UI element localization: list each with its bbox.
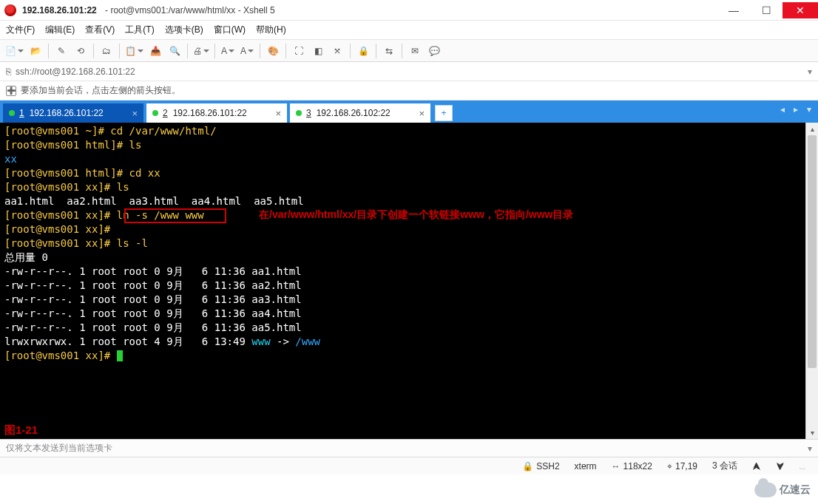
find-icon[interactable]: 🔍 <box>166 43 183 59</box>
lock-icon: 🔒 <box>522 461 533 471</box>
window-title-rest: - root@vms001:/var/www/html/xx - Xshell … <box>103 5 275 16</box>
menu-file[interactable]: 文件(F) <box>6 24 35 36</box>
tab-scroll-left-icon[interactable]: ◂ <box>777 103 788 115</box>
terminal-area: [root@vms001 ~]# cd /var/www/html/[root@… <box>0 123 818 439</box>
scrollbar[interactable]: ▴ ▾ <box>805 123 818 439</box>
lock-icon[interactable]: 🔒 <box>355 43 371 59</box>
window-title-bold: 192.168.26.101:22 <box>22 5 97 16</box>
watermark-text: 亿速云 <box>780 483 811 497</box>
broadcast-icon[interactable]: 💬 <box>426 43 442 59</box>
session-tab-index: 1 <box>19 108 24 118</box>
transparency-icon[interactable]: ◧ <box>310 43 326 59</box>
status-cursor: ⌖ 17,19 <box>667 461 697 471</box>
terminal-cursor <box>117 350 123 361</box>
session-tab-1[interactable]: 1 192.168.26.101:22 × <box>3 103 143 123</box>
status-dot-icon <box>9 110 15 116</box>
cursor-pos-icon: ⌖ <box>667 461 672 471</box>
hint-text: 要添加当前会话，点击左侧的箭头按钮。 <box>21 84 180 97</box>
annotation-text: 在/var/www/html/xx/目录下创建一个软链接www，它指向/www目… <box>259 208 574 222</box>
close-button[interactable]: ✕ <box>782 2 818 18</box>
status-term-type: xterm <box>575 461 597 471</box>
scroll-thumb[interactable] <box>808 135 817 368</box>
disconnect-icon[interactable]: ⟲ <box>72 43 89 59</box>
address-text[interactable]: ssh://root@192.168.26.101:22 <box>16 67 803 77</box>
session-tab-index: 2 <box>163 108 168 118</box>
figure-label: 图1-21 <box>4 423 38 437</box>
menu-tabs[interactable]: 选项卡(B) <box>165 24 203 36</box>
tab-close-icon[interactable]: × <box>275 108 281 119</box>
new-tab-button[interactable]: + <box>435 105 453 121</box>
session-tab-label: 192.168.26.101:22 <box>173 108 247 118</box>
font-style-icon[interactable]: A <box>220 43 236 59</box>
menu-window[interactable]: 窗口(W) <box>214 24 246 36</box>
host-list-icon[interactable]: ⎘ <box>6 67 11 77</box>
compose-bar[interactable]: 仅将文本发送到当前选项卡 ▾ <box>0 439 818 457</box>
compose-dropdown-icon[interactable]: ▾ <box>808 443 812 454</box>
menubar: 文件(F) 编辑(E) 查看(V) 工具(T) 选项卡(B) 窗口(W) 帮助(… <box>0 21 818 40</box>
status-capslock-icon: ⎵ <box>800 461 805 471</box>
scroll-up-icon[interactable]: ▴ <box>806 123 818 135</box>
status-size: ↔ 118x22 <box>612 461 652 471</box>
session-tab-label: 192.168.26.102:22 <box>317 108 391 118</box>
maximize-button[interactable]: ☐ <box>750 2 782 18</box>
session-tabs-strip: 1 192.168.26.101:22 × 2 192.168.26.101:2… <box>0 101 818 123</box>
cloud-icon <box>754 483 777 497</box>
watermark: 亿速云 <box>750 477 815 503</box>
compose-icon[interactable]: ✉ <box>407 43 423 59</box>
copy-icon[interactable]: 📋 <box>124 43 144 59</box>
address-dropdown-icon[interactable]: ▾ <box>808 67 812 77</box>
reconnect-icon[interactable]: ✎ <box>53 43 70 59</box>
status-dot-icon <box>296 110 302 116</box>
menu-tools[interactable]: 工具(T) <box>125 24 154 36</box>
print-icon[interactable]: 🖨 <box>192 43 210 59</box>
status-bar: 🔒 SSH2 xterm ↔ 118x22 ⌖ 17,19 3 会话 ⮝ ⮟ ⎵ <box>0 457 818 474</box>
status-nav-down-icon[interactable]: ⮟ <box>776 461 785 471</box>
session-tab-2[interactable]: 2 192.168.26.101:22 × <box>146 103 287 123</box>
terminal[interactable]: [root@vms001 ~]# cd /var/www/html/[root@… <box>0 123 805 439</box>
status-sessions: 3 会话 <box>712 460 737 472</box>
properties-icon[interactable]: 🗂 <box>98 43 115 59</box>
fullscreen-icon[interactable]: ⛶ <box>291 43 307 59</box>
always-top-icon[interactable]: ⤧ <box>329 43 345 59</box>
compose-placeholder: 仅将文本发送到当前选项卡 <box>6 442 112 454</box>
minimize-button[interactable]: — <box>717 2 750 18</box>
tab-close-icon[interactable]: × <box>419 108 425 119</box>
open-icon[interactable]: 📂 <box>27 43 44 59</box>
new-session-icon[interactable]: 📄 <box>4 43 24 59</box>
color-scheme-icon[interactable]: 🎨 <box>265 43 281 59</box>
titlebar: 192.168.26.101:22 - root@vms001:/var/www… <box>0 0 818 21</box>
status-nav-up-icon[interactable]: ⮝ <box>752 461 761 471</box>
scroll-track[interactable] <box>806 135 818 426</box>
status-dot-icon <box>152 110 158 116</box>
tab-list-dropdown-icon[interactable]: ▾ <box>803 103 815 115</box>
menu-edit[interactable]: 编辑(E) <box>45 24 75 36</box>
session-tab-label: 192.168.26.101:22 <box>30 108 104 118</box>
add-session-icon[interactable]: ➕ <box>6 86 16 96</box>
resize-icon: ↔ <box>612 461 621 471</box>
tab-scroll-right-icon[interactable]: ▸ <box>790 103 802 115</box>
session-tab-index: 3 <box>306 108 311 118</box>
status-protocol: 🔒 SSH2 <box>522 461 559 471</box>
app-icon <box>4 4 16 16</box>
menu-view[interactable]: 查看(V) <box>85 24 115 36</box>
menu-help[interactable]: 帮助(H) <box>256 24 286 36</box>
toolbar: 📄📂✎⟲🗂📋📥🔍🖨AA🎨⛶◧⤧🔒⇆✉💬 <box>0 40 818 62</box>
xftp-icon[interactable]: ⇆ <box>381 43 397 59</box>
paste-icon[interactable]: 📥 <box>147 43 163 59</box>
scroll-down-icon[interactable]: ▾ <box>806 426 818 439</box>
font-icon[interactable]: A <box>239 43 255 59</box>
hint-bar: ➕ 要添加当前会话，点击左侧的箭头按钮。 <box>0 81 818 101</box>
session-tab-3[interactable]: 3 192.168.26.102:22 × <box>290 103 430 123</box>
address-bar: ⎘ ssh://root@192.168.26.101:22 ▾ <box>0 62 818 81</box>
tab-close-icon[interactable]: × <box>132 108 138 119</box>
